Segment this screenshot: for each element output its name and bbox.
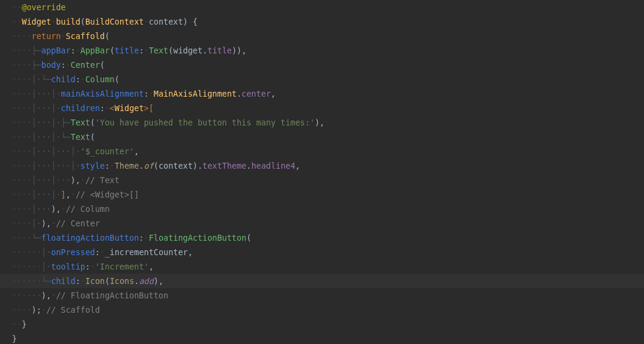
code-line[interactable]: ····├─appBar:·AppBar(title:·Text(widget.…: [0, 43, 644, 58]
code-line[interactable]: ······│·tooltip:·'Increment',: [0, 259, 644, 274]
code-line[interactable]: ····│···│·],·// <Widget>[]: [0, 187, 644, 202]
code-line[interactable]: ··}: [0, 317, 644, 331]
code-line[interactable]: ····│···│·└─Text(: [0, 130, 644, 144]
code-line[interactable]: ····);·// Scaffold: [0, 303, 644, 317]
annotation: @override: [22, 2, 65, 12]
code-line[interactable]: ····│···│···│·'$_counter',: [0, 144, 644, 158]
code-editor[interactable]: ··@override ··Widget·build(BuildContext·…: [0, 0, 644, 344]
code-line-active[interactable]: ······└─child:·Icon(Icons.add),: [0, 274, 644, 288]
code-line[interactable]: ····│···│···│·style:·Theme.of(context).t…: [0, 158, 644, 173]
code-line[interactable]: ··@override: [0, 0, 644, 14]
code-line[interactable]: ····│···│···),·// Text: [0, 173, 644, 187]
code-line[interactable]: }: [0, 331, 644, 344]
code-line[interactable]: ····├─body:·Center(: [0, 58, 644, 72]
code-line[interactable]: ····└─floatingActionButton:·FloatingActi…: [0, 231, 644, 245]
code-line[interactable]: ······),·// FloatingActionButton: [0, 288, 644, 303]
code-line[interactable]: ····│·),·// Center: [0, 216, 644, 231]
code-line[interactable]: ······│·onPressed:·_incrementCounter,: [0, 245, 644, 259]
code-line[interactable]: ····return·Scaffold(: [0, 29, 644, 43]
code-line[interactable]: ····│···),·// Column: [0, 202, 644, 216]
code-line[interactable]: ····│···│·mainAxisAlignment:·MainAxisAli…: [0, 86, 644, 101]
code-line[interactable]: ····│···│·children:·<Widget>[: [0, 101, 644, 115]
code-line[interactable]: ··Widget·build(BuildContext·context) {: [0, 14, 644, 29]
code-line[interactable]: ····│···│·├─Text('You have pushed the bu…: [0, 115, 644, 130]
code-line[interactable]: ····│·└─child:·Column(: [0, 72, 644, 86]
